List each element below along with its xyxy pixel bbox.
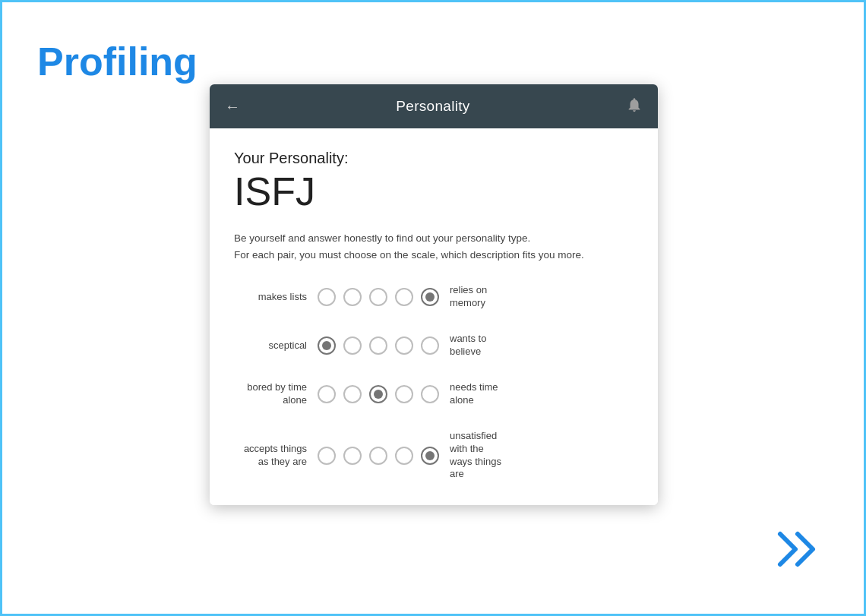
phone-header: ← Personality bbox=[210, 84, 658, 128]
radio-1-2[interactable] bbox=[343, 288, 362, 306]
question-row-3: bored by time alone needs time alone bbox=[234, 381, 634, 407]
question-left-1: makes lists bbox=[234, 291, 318, 304]
question-right-4: unsatisfied with the ways things are bbox=[439, 430, 507, 482]
radio-1-4[interactable] bbox=[395, 288, 413, 306]
description: Be yourself and answer honestly to find … bbox=[234, 230, 634, 263]
page-title: Profiling bbox=[37, 38, 198, 85]
radio-4-4[interactable] bbox=[395, 447, 413, 465]
radio-1-5[interactable] bbox=[421, 288, 439, 306]
question-row-2: sceptical wants to believe bbox=[234, 333, 634, 359]
radio-1-3[interactable] bbox=[369, 288, 387, 306]
question-right-2: wants to believe bbox=[439, 333, 507, 359]
radio-group-2[interactable] bbox=[318, 336, 439, 355]
question-right-1: relies on memory bbox=[439, 284, 507, 310]
radio-group-4[interactable] bbox=[318, 447, 439, 465]
radio-3-1[interactable] bbox=[318, 385, 336, 403]
radio-3-4[interactable] bbox=[395, 385, 413, 403]
question-left-3: bored by time alone bbox=[234, 381, 318, 407]
personality-label: Your Personality: bbox=[234, 150, 634, 167]
phone-content: Your Personality: ISFJ Be yourself and a… bbox=[210, 128, 658, 505]
bell-icon[interactable] bbox=[626, 96, 643, 117]
question-right-3: needs time alone bbox=[439, 381, 507, 407]
question-row-4: accepts things as they are unsatisfied w… bbox=[234, 430, 634, 482]
radio-group-3[interactable] bbox=[318, 385, 439, 403]
radio-2-2[interactable] bbox=[343, 336, 362, 355]
radio-4-5[interactable] bbox=[421, 447, 439, 465]
question-left-4: accepts things as they are bbox=[234, 443, 318, 469]
next-button[interactable] bbox=[769, 519, 830, 580]
header-title: Personality bbox=[396, 98, 469, 115]
back-button[interactable]: ← bbox=[225, 98, 240, 115]
phone-frame: ← Personality Your Personality: ISFJ Be … bbox=[210, 84, 658, 505]
question-row-1: makes lists relies on memory bbox=[234, 284, 634, 310]
personality-type: ISFJ bbox=[234, 170, 634, 213]
radio-3-2[interactable] bbox=[343, 385, 362, 403]
radio-4-3[interactable] bbox=[369, 447, 387, 465]
radio-4-1[interactable] bbox=[318, 447, 336, 465]
radio-3-5[interactable] bbox=[421, 385, 439, 403]
radio-4-2[interactable] bbox=[343, 447, 362, 465]
radio-1-1[interactable] bbox=[318, 288, 336, 306]
radio-group-1[interactable] bbox=[318, 288, 439, 306]
radio-2-1[interactable] bbox=[318, 336, 336, 355]
radio-2-3[interactable] bbox=[369, 336, 387, 355]
radio-2-4[interactable] bbox=[395, 336, 413, 355]
radio-3-3[interactable] bbox=[369, 385, 387, 403]
radio-2-5[interactable] bbox=[421, 336, 439, 355]
question-left-2: sceptical bbox=[234, 340, 318, 352]
